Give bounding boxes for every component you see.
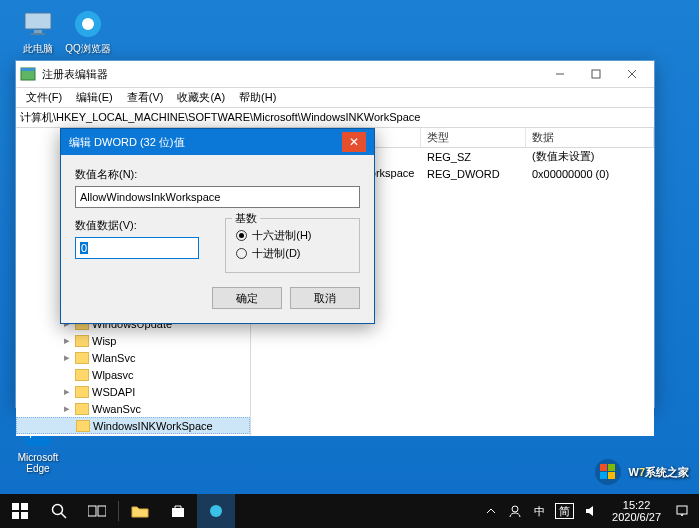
titlebar[interactable]: 注册表编辑器 [16,61,654,88]
close-button[interactable] [614,61,650,87]
svg-rect-28 [677,506,687,514]
dialog-title: 编辑 DWORD (32 位)值 [69,135,342,150]
tree-item-label: WindowsINKWorkSpace [93,420,213,432]
radio-hex-label: 十六进制(H) [252,228,311,243]
menu-favorites[interactable]: 收藏夹(A) [171,88,231,107]
svg-rect-2 [31,33,45,35]
dialog-close-button[interactable]: ✕ [342,132,366,152]
expander-icon[interactable]: ▸ [62,402,72,415]
svg-rect-16 [600,472,607,479]
radio-icon [236,248,247,259]
menu-help[interactable]: 帮助(H) [233,88,282,107]
svg-rect-15 [608,464,615,471]
chevron-up-icon [486,506,496,516]
tray-people[interactable] [504,494,526,528]
value-data: 0x00000000 (0) [526,168,654,180]
value-data-label: 数值数据(V): [75,218,199,233]
menu-edit[interactable]: 编辑(E) [70,88,119,107]
expander-icon[interactable]: ▸ [62,351,72,364]
taskbar-app-explorer[interactable] [121,494,159,528]
taskbar-app-store[interactable] [159,494,197,528]
desktop-icon-label: QQ浏览器 [64,42,112,56]
ok-button[interactable]: 确定 [212,287,282,309]
desktop-icon-this-pc[interactable]: 此电脑 [14,8,62,56]
desktop-icon-qq-browser[interactable]: QQ浏览器 [64,8,112,56]
dialog-titlebar[interactable]: 编辑 DWORD (32 位)值 ✕ [61,129,374,155]
folder-icon [75,335,89,347]
taskbar: 中 简 15:22 2020/6/27 [0,494,699,528]
maximize-button[interactable] [578,61,614,87]
svg-rect-21 [21,512,28,519]
svg-point-26 [210,505,222,517]
search-icon [51,503,67,519]
start-button[interactable] [0,494,40,528]
tray-ime-lang[interactable]: 简 [555,503,574,519]
radio-icon [236,230,247,241]
radio-dec-label: 十进制(D) [252,246,300,261]
tree-item-label: Wisp [92,335,116,347]
system-tray: 中 简 15:22 2020/6/27 [482,494,699,528]
radio-hex[interactable]: 十六进制(H) [236,228,349,243]
speaker-icon [584,504,598,518]
value-data-input[interactable]: 0 [75,237,199,259]
column-data[interactable]: 数据 [526,128,654,147]
qq-browser-icon [72,8,104,40]
base-fieldset: 基数 十六进制(H) 十进制(D) [225,218,360,273]
expander-icon[interactable]: ▸ [62,334,72,347]
taskbar-app-active[interactable] [197,494,235,528]
tree-item[interactable]: ▸WSDAPI [16,383,250,400]
app-icon [208,503,224,519]
value-type: REG_SZ [421,151,526,163]
desktop-icon-label: 此电脑 [14,42,62,56]
tree-item[interactable]: ▸WwanSvc [16,400,250,417]
svg-rect-19 [21,503,28,510]
tray-volume[interactable] [580,494,602,528]
edit-dword-dialog: 编辑 DWORD (32 位)值 ✕ 数值名称(N): AllowWindows… [60,128,375,324]
value-name-input[interactable]: AllowWindowsInkWorkspace [75,186,360,208]
action-center-button[interactable] [671,494,693,528]
minimize-button[interactable] [542,61,578,87]
store-icon [170,503,186,519]
taskbar-clock[interactable]: 15:22 2020/6/27 [606,499,667,523]
menu-file[interactable]: 文件(F) [20,88,68,107]
svg-rect-20 [12,512,19,519]
tree-item-label: Wlpasvc [92,369,134,381]
base-legend: 基数 [232,211,260,226]
svg-rect-24 [88,506,96,516]
watermark: W7系统之家 [594,458,689,486]
tree-item[interactable]: Wlpasvc [16,366,250,383]
tray-chevron[interactable] [482,494,500,528]
clock-time: 15:22 [612,499,661,511]
svg-rect-8 [21,68,35,71]
svg-rect-10 [592,70,600,78]
address-bar[interactable]: 计算机\HKEY_LOCAL_MACHINE\SOFTWARE\Microsof… [16,108,654,128]
svg-rect-17 [608,472,615,479]
window-title: 注册表编辑器 [42,67,542,82]
folder-icon [75,369,89,381]
tree-item[interactable]: ▸WlanSvc [16,349,250,366]
desktop-icon-label: Microsoft Edge [14,452,62,474]
folder-icon [75,386,89,398]
column-type[interactable]: 类型 [421,128,526,147]
computer-icon [22,8,54,40]
tray-ime-mode[interactable]: 中 [530,494,549,528]
menu-view[interactable]: 查看(V) [121,88,170,107]
value-name-label: 数值名称(N): [75,167,360,182]
svg-rect-18 [12,503,19,510]
tree-item[interactable]: ▸Wisp [16,332,250,349]
tree-item-selected[interactable]: WindowsINKWorkSpace [16,417,250,434]
menubar: 文件(F) 编辑(E) 查看(V) 收藏夹(A) 帮助(H) [16,88,654,108]
cancel-button[interactable]: 取消 [290,287,360,309]
expander-icon[interactable]: ▸ [62,385,72,398]
svg-line-23 [61,513,66,518]
svg-rect-25 [98,506,106,516]
search-button[interactable] [40,494,78,528]
clock-date: 2020/6/27 [612,511,661,523]
svg-rect-0 [25,13,51,29]
folder-icon [75,403,89,415]
task-view-button[interactable] [78,494,116,528]
radio-dec[interactable]: 十进制(D) [236,246,349,261]
windows-logo-icon [594,458,622,486]
value-type: REG_DWORD [421,168,526,180]
folder-icon [75,352,89,364]
